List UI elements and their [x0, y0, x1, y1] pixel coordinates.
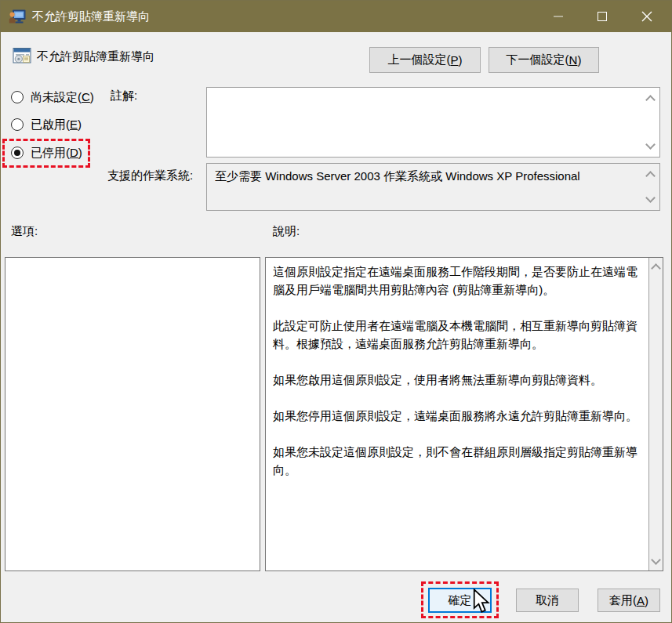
radio-circle-icon[interactable] [11, 118, 24, 131]
next-setting-button[interactable]: 下一個設定(N) [489, 47, 599, 73]
scroll-up-icon[interactable] [645, 94, 655, 103]
close-icon [641, 11, 652, 22]
help-scrollbar[interactable] [648, 258, 663, 570]
help-paragraph: 如果您停用這個原則設定，遠端桌面服務將永遠允許剪貼簿重新導向。 [273, 407, 645, 425]
title-bar[interactable]: 不允許剪貼簿重新導向 [1, 1, 671, 32]
radio-circle-icon[interactable] [11, 147, 24, 159]
policy-setting-icon [12, 45, 32, 66]
radio-enabled[interactable]: 已啟用(E) [11, 116, 82, 133]
minimize-button[interactable] [540, 1, 576, 32]
options-label: 選項: [11, 224, 38, 239]
help-paragraph: 此設定可防止使用者在遠端電腦及本機電腦間，相互重新導向剪貼簿資料。根據預設，遠端… [273, 317, 645, 353]
maximize-icon [598, 12, 607, 21]
supported-on-box: 至少需要 Windows Server 2003 作業系統或 Windows X… [206, 163, 660, 211]
policy-setting-dialog: 不允許剪貼簿重新導向 不允許剪貼簿重新導向 上一個設定(P) 下一個設定(N) [0, 0, 672, 623]
close-button[interactable] [629, 1, 665, 32]
comment-textarea[interactable] [206, 87, 660, 158]
apply-button[interactable]: 套用(A) [598, 589, 660, 612]
help-panel: 這個原則設定指定在遠端桌面服務工作階段期間，是否要防止在遠端電腦及用戶端電腦間共… [265, 257, 663, 571]
help-text: 這個原則設定指定在遠端桌面服務工作階段期間，是否要防止在遠端電腦及用戶端電腦間共… [266, 258, 648, 570]
previous-setting-button[interactable]: 上一個設定(P) [369, 47, 481, 73]
scroll-down-icon[interactable] [645, 141, 655, 150]
comment-label: 註解: [111, 89, 137, 103]
policy-title: 不允許剪貼簿重新導向 [37, 49, 154, 64]
radio-circle-icon[interactable] [11, 91, 24, 103]
radio-not-configured[interactable]: 尚未設定(C) [11, 89, 94, 106]
maximize-button[interactable] [584, 1, 620, 32]
minimize-icon [554, 16, 563, 17]
radio-disabled[interactable]: 已停用(D) [11, 144, 82, 161]
radio-disabled-label[interactable]: 已停用(D) [31, 146, 82, 161]
help-paragraph: 如果您未設定這個原則設定，則不會在群組原則層級指定剪貼簿重新導向。 [273, 443, 645, 479]
help-paragraph: 這個原則設定指定在遠端桌面服務工作階段期間，是否要防止在遠端電腦及用戶端電腦間共… [273, 263, 645, 299]
radio-not-configured-label[interactable]: 尚未設定(C) [31, 90, 94, 105]
cancel-button[interactable]: 取消 [516, 589, 579, 612]
group-policy-app-icon [9, 8, 26, 25]
scroll-up-icon[interactable] [645, 170, 655, 179]
help-label: 說明: [273, 224, 300, 239]
supported-on-label: 支援的作業系統: [107, 168, 193, 183]
scroll-down-icon[interactable] [645, 194, 655, 204]
window-title: 不允許剪貼簿重新導向 [32, 1, 150, 32]
scroll-down-icon[interactable] [651, 556, 660, 566]
supported-on-value: 至少需要 Windows Server 2003 作業系統或 Windows X… [215, 169, 639, 184]
ok-button[interactable]: 確定 [428, 588, 492, 613]
radio-enabled-label[interactable]: 已啟用(E) [31, 118, 82, 132]
help-paragraph: 如果您啟用這個原則設定，使用者將無法重新導向剪貼簿資料。 [273, 371, 645, 389]
options-panel [5, 257, 260, 571]
scroll-up-icon[interactable] [651, 263, 660, 272]
